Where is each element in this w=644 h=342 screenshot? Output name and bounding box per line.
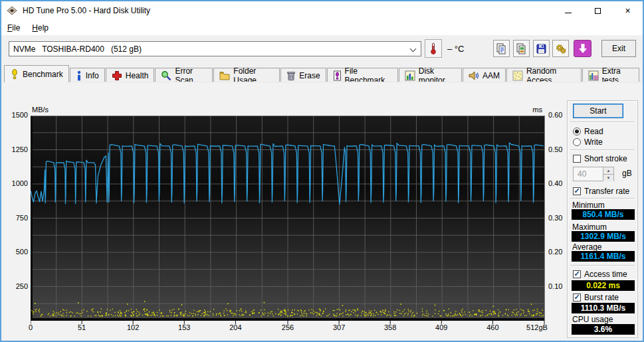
burst-rate-label: Burst rate [584,293,619,302]
maximum-value: 1302.9 MB/s [572,231,635,242]
left-axis-tick: 1250 [3,145,28,153]
read-radio-row[interactable]: Read [573,127,603,136]
tab-benchmark[interactable]: Benchmark [4,65,69,82]
x-axis-end-tick: 512gB [521,323,553,331]
short-stroke-label: Short stroke [584,154,627,163]
x-axis-tick: 307 [326,323,352,331]
start-button[interactable]: Start [573,104,623,118]
benchmark-icon [10,69,19,80]
left-axis-tick: 750 [3,214,28,222]
burst-rate-row[interactable]: Burst rate [573,293,619,302]
write-label: Write [584,137,603,147]
stepper-arrows[interactable]: ▲▼ [603,167,613,181]
minimum-label: Minimum [572,201,605,210]
write-radio[interactable] [573,138,581,146]
short-stroke-size-stepper[interactable]: 40 ▲▼ [573,167,614,181]
tab-label: Benchmark [23,70,63,79]
transfer-rate-row[interactable]: Transfer rate [573,187,629,196]
access-time-row[interactable]: Access time [573,270,627,279]
stepper-down-icon[interactable]: ▼ [603,175,613,181]
minimum-value: 850.4 MB/s [572,209,635,220]
benchmark-controls-panel: Start Read Write Short stroke 40 ▲▼ gB T… [567,100,638,338]
x-axis-tick: 51 [68,323,95,331]
left-axis-tick: 1000 [3,179,28,187]
short-stroke-checkbox[interactable] [573,155,581,163]
access-time-checkbox[interactable] [573,270,581,278]
separator [570,198,635,199]
left-axis-unit: MB/s [32,106,49,114]
burst-rate-value: 1110.3 MB/s [572,303,635,313]
cpu-usage-value: 3.6% [572,324,635,335]
x-axis-tick: 409 [428,323,455,331]
x-axis-tick: 460 [479,323,506,331]
write-radio-row[interactable]: Write [573,137,603,147]
right-axis-unit: ms [518,106,542,114]
read-radio[interactable] [573,128,581,135]
x-axis-tick: 0 [17,323,44,331]
transfer-rate-label: Transfer rate [584,187,629,196]
left-axis-tick: 250 [3,282,28,290]
left-axis-tick: 500 [3,248,28,256]
separator [570,122,635,123]
plot-area [31,116,545,325]
x-axis-tick: 256 [274,323,301,331]
average-label: Average [572,242,601,252]
short-stroke-size-unit: gB [622,169,632,178]
separator [570,265,635,266]
x-axis-tick: 358 [377,323,403,331]
separator [570,149,635,151]
average-value: 1161.4 MB/s [572,251,635,262]
benchmark-chart: MB/s ms 1500125010007505002500.600.500.4… [1,1,644,342]
x-axis-tick: 102 [120,323,146,331]
transfer-rate-checkbox[interactable] [573,187,581,195]
left-axis-tick: 1500 [3,111,28,119]
app-window: HD Tune Pro 5.00 - Hard Disk Utility × F… [0,0,644,342]
access-time-label: Access time [584,270,627,279]
read-label: Read [584,127,603,136]
short-stroke-row[interactable]: Short stroke [573,154,627,163]
burst-rate-checkbox[interactable] [573,294,581,301]
short-stroke-size-value: 40 [574,167,603,181]
x-axis-tick: 204 [222,323,249,331]
cpu-usage-label: CPU usage [572,315,613,324]
x-axis-tick: 153 [171,323,197,331]
stepper-up-icon[interactable]: ▲ [603,167,613,175]
access-time-value: 0.022 ms [572,280,635,291]
maximum-label: Maximum [572,222,607,232]
